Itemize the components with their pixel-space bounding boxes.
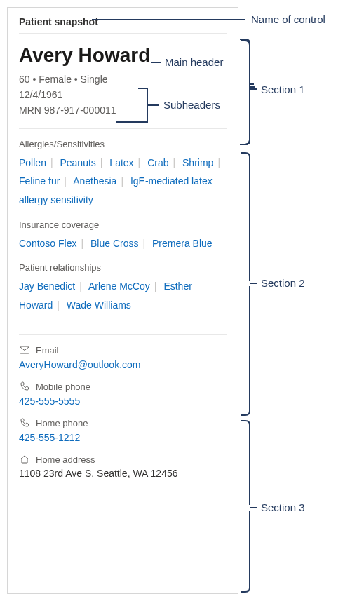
annotation-section-2: Section 2: [261, 277, 305, 289]
annotation-subheaders: Subheaders: [163, 99, 220, 111]
annotation-main-header: Main header: [165, 56, 223, 68]
annotation-brackets: [0, 0, 364, 601]
annotation-section-1: Section 1: [261, 83, 305, 95]
annotation-name-of-control: Name of control: [251, 13, 325, 25]
annotation-section-3: Section 3: [261, 501, 305, 513]
